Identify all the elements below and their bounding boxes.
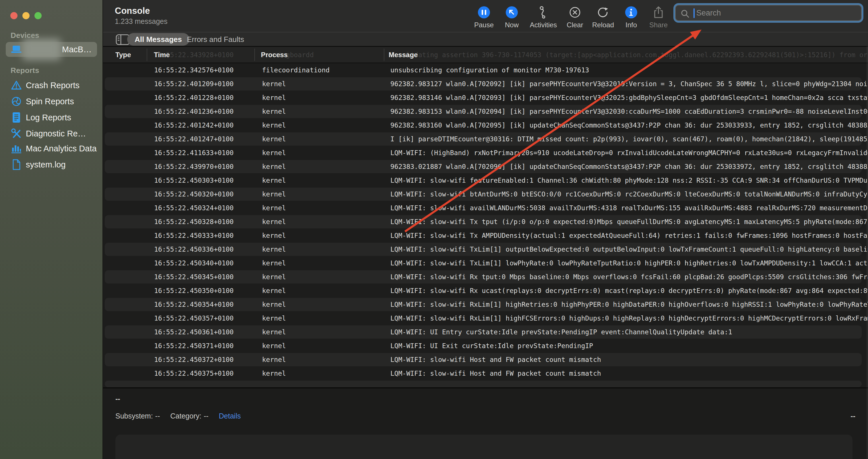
cell-time: 16:55:22.401242+0100 [154,121,234,129]
cell-time: 16:55:22.450336+0100 [154,246,234,253]
cell-message: LQM-WIFI: slow-wifi featureEnabled:1 Cha… [391,177,868,184]
log-row[interactable]: 16:55:22.401236+0100 kernel 962382.98315… [103,105,868,118]
log-row[interactable]: 16:55:22.450320+0100 kernel LQM-WIFI: sl… [103,187,868,201]
minimize-window-button[interactable] [22,12,30,19]
search-field [675,5,862,21]
sidebar-item-label: Spin Reports [26,97,74,106]
detail-message-preview: -- [115,395,120,403]
log-row[interactable]: 16:55:22.450333+0100 kernel LQM-WIFI: sl… [103,229,868,242]
sidebar-item-spin-reports[interactable]: Spin Reports [6,94,97,109]
cell-message: LQM-WIFI: slow-wifi availWLANDurMS:5038 … [391,204,868,212]
cell-message: LQM-WIFI: slow-wifi Tx AMPDUDensity(actu… [391,232,868,239]
sidebar-item-mac-analytics-data[interactable]: Mac Analytics Data [6,141,97,156]
column-divider[interactable] [147,49,147,61]
column-header-time[interactable]: Time [154,51,170,59]
toolbar-button-label: Share [641,21,676,29]
cell-process: kernel [262,273,286,281]
log-row[interactable]: 16:55:22.450357+0100 kernel LQM-WIFI: sl… [103,311,868,325]
log-row[interactable]: 16:55:22.450340+0100 kernel LQM-WIFI: sl… [103,256,868,270]
sidebar-item-label: system.log [26,160,66,169]
log-row[interactable]: 16:55:22.450350+0100 kernel LQM-WIFI: sl… [103,284,868,297]
sidebar-item-system-log[interactable]: system.log [6,157,97,172]
log-row[interactable]: 16:55:22.450371+0100 kernel LQM-WIFI: UI… [103,339,868,353]
toolbar-button-label: Now [494,21,530,29]
log-row[interactable]: 16:55:22.401228+0100 kernel 962382.98314… [103,91,868,105]
sidebar-item-crash-reports[interactable]: Crash Reports [6,78,97,93]
sidebar-item-device[interactable]: MacB… [6,42,97,57]
cell-message: LQM-WIFI: slow-wifi Host and FW packet c… [391,356,868,363]
cell-time: 16:55:22.439970+0100 [154,163,234,170]
cell-message: 962382.983146 wlan0.A[702093] [ik] parse… [391,94,868,102]
detail-pane: -- Subsystem:--Category:--Details -- [103,388,868,459]
reports-section-header: Reports [11,66,39,75]
empty-row-stripe [105,380,862,387]
log-row[interactable]: 16:55:22.401242+0100 kernel 962382.98316… [103,118,868,132]
column-header-type[interactable]: Type [115,51,131,59]
share-icon [641,5,676,20]
column-header-process[interactable]: Process [261,51,288,59]
now-button[interactable]: Now [494,5,530,29]
cell-time: 16:55:22.450371+0100 [154,342,234,350]
redaction-blur [22,38,61,60]
share-button[interactable]: Share [641,5,676,29]
log-row[interactable]: 16:55:22.450328+0100 kernel LQM-WIFI: sl… [103,215,868,229]
cell-message: LQM-WIFI: slow-wifi Rx ucast(replays:0 d… [391,287,868,294]
log-row[interactable]: 16:55:22.450354+0100 kernel LQM-WIFI: sl… [103,297,868,311]
cell-time: 16:55:22.450340+0100 [154,259,234,267]
log-row[interactable]: 16:55:22.450345+0100 kernel LQM-WIFI: sl… [103,270,868,284]
cell-time: 16:55:22.401247+0100 [154,135,234,143]
cell-message: 962383.021887 wlan0.A[702096] [ik] updat… [391,163,868,170]
activities-icon [526,5,561,20]
zoom-window-button[interactable] [34,12,42,19]
log-row[interactable]: 16:55:22.439970+0100 kernel 962383.02188… [103,160,868,173]
column-divider[interactable] [254,49,255,61]
laptop-icon [10,45,23,54]
cell-message: 962382.983160 wlan0.A[702095] [ik] updat… [391,121,868,129]
toolbar: Console 1.233 messages Pause [103,0,868,32]
log-row[interactable]: 16:55:22.450303+0100 kernel LQM-WIFI: sl… [103,173,868,187]
cell-time: 16:55:22.450372+0100 [154,356,234,363]
activities-button[interactable]: Activities [526,5,561,29]
cell-time: 16:55:22.450361+0100 [154,328,234,336]
sidebar: Devices MacB… Reports Crash Reports [0,0,103,459]
sidebar-item-diagnostic-reports[interactable]: Diagnostic Re… [6,126,97,141]
log-row[interactable]: 16:55:22.401209+0100 kernel 962382.98312… [103,77,868,91]
message-count: 1.233 messages [115,17,167,26]
category-value: -- [204,412,209,420]
sidebar-item-label: Diagnostic Re… [26,129,86,139]
detail-meta-right: -- [850,412,856,420]
cell-process: kernel [262,94,286,102]
cell-time: 16:55:22.450333+0100 [154,232,234,239]
sidebar-item-log-reports[interactable]: Log Reports [6,110,97,125]
cell-time: 16:55:22.450320+0100 [154,191,234,198]
tab-errors-and-faults[interactable]: Errors and Faults [183,33,248,46]
spin-icon [10,96,23,107]
tools-icon [10,128,23,139]
log-row[interactable]: 16:55:22.450336+0100 kernel LQM-WIFI: sl… [103,242,868,256]
detail-content-panel [115,435,852,459]
cell-time: 16:55:22.450375+0100 [154,370,234,377]
sidebar-item-label: Crash Reports [26,81,80,90]
tab-all-messages[interactable]: All Messages [127,33,189,46]
log-row[interactable]: 16:55:22.342576+0100 filecoordinationd u… [103,63,868,77]
cell-message: LQM-WIFI: (HighBand) rxNotPrimary20s=910… [391,149,868,156]
scrollbar-track[interactable] [867,46,868,459]
toolbar-button-label: Activities [526,21,561,29]
log-row[interactable]: 16:55:22.411633+0100 kernel LQM-WIFI: (H… [103,146,868,160]
close-window-button[interactable] [10,12,18,19]
cell-process: kernel [262,163,286,170]
search-input[interactable] [676,5,861,20]
log-row[interactable]: 16:55:22.401247+0100 kernel I [ik] parse… [103,132,868,146]
cell-time: 16:55:22.450345+0100 [154,273,234,281]
column-header-message[interactable]: Message [389,51,417,59]
log-row[interactable]: 16:55:22.450375+0100 kernel LQM-WIFI: sl… [103,367,868,380]
column-divider[interactable] [384,49,384,61]
log-row[interactable]: 16:55:22.450361+0100 kernel LQM-WIFI: UI… [103,325,868,339]
log-row[interactable]: 16:55:22.450372+0100 kernel LQM-WIFI: sl… [103,353,868,367]
log-row[interactable]: 16:55:22.450324+0100 kernel LQM-WIFI: sl… [103,201,868,215]
cell-process: kernel [262,315,286,322]
cell-time: 16:55:22.342576+0100 [154,66,234,74]
cell-time: 16:55:22.450350+0100 [154,287,234,294]
cell-time: 16:55:22.450357+0100 [154,315,234,322]
details-link[interactable]: Details [219,412,241,420]
